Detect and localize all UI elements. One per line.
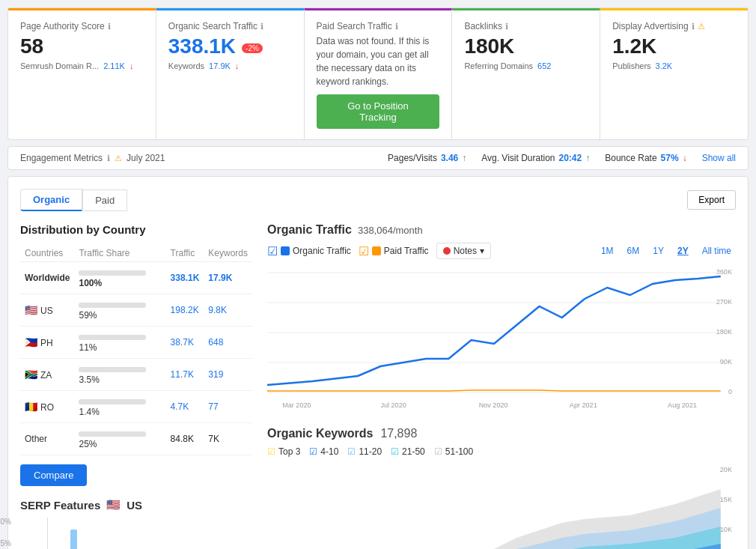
compare-button[interactable]: Compare	[20, 464, 87, 486]
check-top3[interactable]: ☑	[267, 446, 275, 457]
sub-value-organic[interactable]: 17.9K	[209, 61, 231, 70]
table-row: 🇷🇴RO 1.4% 4.7K 77	[20, 391, 252, 423]
info-icon-page-authority[interactable]: ℹ	[108, 22, 111, 31]
svg-text:15K: 15K	[720, 496, 732, 503]
engagement-left: Engagement Metrics ℹ ⚠ July 2021	[20, 153, 165, 163]
metric-value-page-authority: 58	[20, 34, 144, 58]
sub-value-backlinks[interactable]: 652	[537, 61, 551, 70]
check-51-100[interactable]: ☑	[434, 446, 442, 457]
metric-page-authority: Page Authority Score ℹ 58 Semrush Domain…	[8, 8, 156, 139]
traffic-cell[interactable]: 11.7K	[166, 359, 204, 391]
go-position-tracking-button[interactable]: Go to Position Tracking	[317, 94, 440, 129]
bounce-rate-metric: Bounce Rate 57% ↓	[605, 153, 686, 163]
up-arrow-avg: ↑	[585, 153, 590, 163]
time-btn-1m[interactable]: 1M	[597, 244, 618, 258]
keywords-cell[interactable]: 319	[204, 359, 252, 391]
info-icon-paid[interactable]: ℹ	[395, 22, 398, 31]
time-btn-1y[interactable]: 1Y	[648, 244, 668, 258]
info-icon-engagement[interactable]: ℹ	[107, 154, 110, 163]
avg-visit-metric: Avg. Visit Duration 20:42 ↑	[481, 153, 590, 163]
serp-chart	[47, 518, 252, 549]
info-icon-organic[interactable]: ℹ	[260, 22, 263, 31]
export-button[interactable]: Export	[687, 190, 736, 210]
bounce-rate-value: 57%	[661, 153, 679, 163]
info-icon-backlinks[interactable]: ℹ	[505, 22, 508, 31]
notes-button[interactable]: Notes ▾	[436, 243, 491, 259]
traffic-cell[interactable]: 198.2K	[166, 294, 204, 327]
table-row: 🇺🇸US 59% 198.2K 9.8K	[20, 294, 252, 327]
svg-text:10K: 10K	[720, 526, 732, 533]
svg-text:20K: 20K	[720, 466, 732, 473]
traffic-cell[interactable]: 38.7K	[166, 327, 204, 359]
metric-display-advertising: Display Advertising ℹ ⚠ 1.2K Publishers …	[600, 8, 748, 139]
show-all-link[interactable]: Show all	[702, 153, 736, 163]
table-row: Worldwide 100% 338.1K 17.9K	[20, 262, 252, 294]
paid-missing-text: Data was not found. If this is your doma…	[317, 34, 440, 88]
metric-title-paid: Paid Search Traffic ℹ	[317, 21, 440, 31]
sub-value-display[interactable]: 3.2K	[656, 61, 673, 70]
time-btn-alltime[interactable]: All time	[698, 244, 736, 258]
tab-bar: Organic Paid Export	[20, 189, 736, 211]
time-btn-6m[interactable]: 6M	[623, 244, 644, 258]
svg-text:Aug 2021: Aug 2021	[668, 401, 697, 409]
down-arrow-organic: ↓	[235, 61, 240, 70]
keywords-cell[interactable]: 17.9K	[204, 262, 252, 294]
share-pct: 59%	[79, 310, 97, 321]
traffic-cell[interactable]: 338.1K	[166, 262, 204, 294]
country-name: 🇿🇦ZA	[20, 359, 74, 391]
col-traffic-share: Traffic Share	[74, 245, 165, 262]
check-21-50[interactable]: ☑	[391, 446, 399, 457]
legend-box-organic	[281, 246, 290, 255]
svg-text:360K: 360K	[716, 268, 732, 276]
left-panel: Distribution by Country Countries Traffi…	[20, 223, 252, 549]
country-name: Worldwide	[20, 262, 74, 294]
traffic-cell[interactable]: 84.8K	[166, 423, 204, 455]
keywords-cell[interactable]: 7K	[204, 423, 252, 455]
serp-y-labels: 20% 15% 10% 5% 0%	[0, 518, 11, 549]
warn-icon-engagement: ⚠	[115, 154, 122, 163]
table-row: 🇵🇭PH 11% 38.7K 648	[20, 327, 252, 359]
metric-sub-display: Publishers 3.2K	[612, 61, 736, 70]
main-content: Organic Paid Export Distribution by Coun…	[7, 176, 749, 549]
tab-paid[interactable]: Paid	[82, 189, 127, 211]
warn-icon-display: ⚠	[698, 22, 705, 31]
check-4-10[interactable]: ☑	[309, 446, 317, 457]
traffic-cell[interactable]: 4.7K	[166, 391, 204, 423]
time-buttons: 1M 6M 1Y 2Y All time	[597, 244, 736, 258]
keywords-cell[interactable]: 77	[204, 391, 252, 423]
sub-value-page-authority[interactable]: 2.11K	[103, 61, 125, 70]
table-row: Other 25% 84.8K 7K	[20, 423, 252, 455]
ot-chart-title: Organic Traffic	[267, 223, 352, 237]
time-btn-2y[interactable]: 2Y	[673, 244, 693, 258]
keywords-cell[interactable]: 648	[204, 327, 252, 359]
svg-text:180K: 180K	[716, 328, 732, 336]
check-organic[interactable]: ☑	[267, 244, 278, 258]
up-arrow-pages: ↑	[462, 153, 466, 163]
traffic-share-cell: 59%	[74, 294, 165, 327]
tab-organic[interactable]: Organic	[20, 189, 82, 211]
organic-keywords-chart: 20K 15K 10K 5K 0	[267, 463, 736, 549]
traffic-share-cell: 1.4%	[74, 391, 165, 423]
traffic-bar	[79, 431, 146, 437]
check-paid[interactable]: ☑	[359, 244, 369, 258]
svg-text:Mar 2020: Mar 2020	[282, 401, 311, 409]
serp-bars	[48, 518, 252, 549]
ok-title: Organic Keywords	[267, 427, 373, 440]
traffic-share-cell: 100%	[74, 262, 165, 294]
engagement-bar: Engagement Metrics ℹ ⚠ July 2021 Pages/V…	[7, 146, 749, 170]
share-pct: 11%	[79, 342, 97, 353]
info-icon-display[interactable]: ℹ	[692, 22, 695, 31]
metric-value-organic: 338.1K	[168, 34, 236, 58]
badge-organic: -2%	[242, 43, 263, 53]
distribution-title: Distribution by Country	[20, 223, 252, 236]
organic-traffic-chart: 360K 270K 180K 90K 0	[267, 265, 736, 415]
ot-chart-value: 338,064/month	[358, 225, 423, 236]
check-11-20[interactable]: ☑	[347, 446, 356, 457]
chevron-down-icon: ▾	[480, 246, 484, 256]
serp-chart-wrap: 20% 15% 10% 5% 0% 📍 📌 ▪ 🔗 ⭐	[20, 518, 252, 549]
traffic-share-cell: 11%	[74, 327, 165, 359]
keywords-cell[interactable]: 9.8K	[204, 294, 252, 327]
country-name: Other	[20, 423, 74, 455]
metric-title-backlinks: Backlinks ℹ	[464, 21, 588, 31]
notes-dot	[443, 247, 451, 255]
